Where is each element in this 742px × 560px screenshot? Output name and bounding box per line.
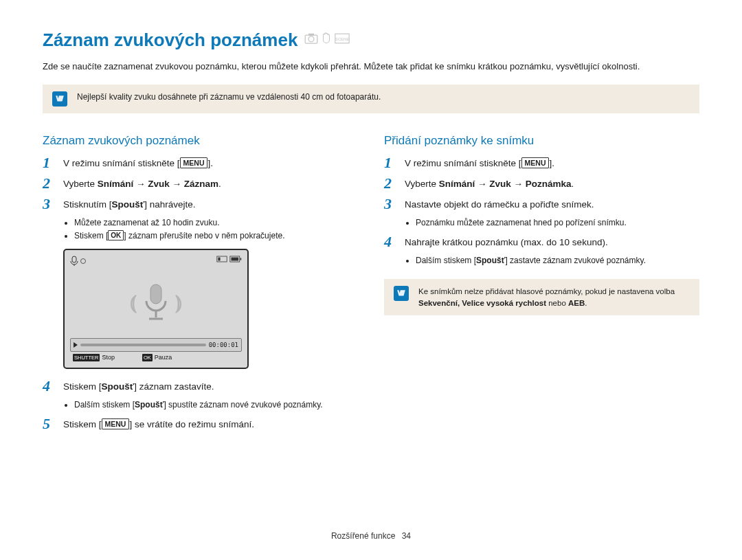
list-item: Můžete zaznamenat až 10 hodin zvuku. — [74, 217, 358, 229]
sound-wave-right-icon: ⦆ — [175, 288, 182, 317]
left-step-4-bullets: Dalším stiskem [Spoušť] spustíte záznam … — [74, 399, 358, 411]
left-step-1: 1 V režimu snímání stiskněte [MENU]. — [43, 155, 358, 170]
step-text: Nastavte objekt do rámečku a pořiďte sní… — [405, 197, 594, 212]
right-step-2: 2 Vyberte Snímání → Zvuk → Poznámka. — [384, 176, 699, 191]
hand-icon — [321, 32, 332, 49]
step-number: 4 — [43, 379, 55, 394]
left-step-5: 5 Stiskem [MENU] se vrátíte do režimu sn… — [43, 416, 358, 432]
svg-point-1 — [308, 36, 314, 41]
mic-indicator-icon — [70, 256, 86, 267]
right-step-1: 1 V režimu snímání stiskněte [MENU]. — [384, 155, 699, 170]
menu-button-icon: MENU — [180, 157, 208, 168]
status-icons — [216, 256, 242, 262]
right-column: Přidání poznámky ke snímku 1 V režimu sn… — [384, 133, 699, 437]
mic-graphic: ⦅ ⦆ — [70, 267, 242, 338]
page-footer: Rozšířené funkce 34 — [0, 530, 742, 542]
title-mode-icons: SCENE — [304, 32, 350, 49]
two-column-layout: Záznam zvukových poznámek 1 V režimu sní… — [43, 133, 699, 437]
left-step-3-bullets: Můžete zaznamenat až 10 hodin zvuku. Sti… — [74, 217, 358, 242]
step-number: 4 — [384, 234, 396, 249]
step-text: Stisknutím [Spoušť] nahrávejte. — [63, 197, 196, 212]
right-tip-text: Ke snímkům nelze přidávat hlasové poznám… — [418, 286, 690, 309]
figure-top-row — [70, 256, 242, 267]
step-number: 5 — [43, 416, 55, 432]
left-step-4: 4 Stiskem [Spoušť] záznam zastavíte. — [43, 379, 358, 394]
elapsed-time: 00:00:01 — [209, 341, 238, 350]
info-icon — [52, 91, 67, 107]
recording-screen-figure: ⦅ ⦆ 00:00:01 SHUTTERStop OKPau — [63, 249, 249, 369]
right-heading: Přidání poznámky ke snímku — [384, 133, 699, 149]
step-text: Stiskem [MENU] se vrátíte do režimu sním… — [63, 416, 254, 432]
title-row: Záznam zvukových poznámek SCENE — [43, 27, 699, 52]
list-item: Dalším stiskem [Spoušť] spustíte záznam … — [74, 399, 358, 411]
footer-section: Rozšířené funkce — [331, 531, 395, 541]
svg-rect-5 — [72, 256, 76, 262]
list-item: Dalším stiskem [Spoušť] zastavte záznam … — [416, 255, 699, 267]
sound-wave-left-icon: ⦅ — [130, 288, 137, 317]
list-item: Stiskem [OK] záznam přerušíte nebo v něm… — [74, 230, 358, 242]
intro-paragraph: Zde se naučíte zaznamenat zvukovou pozná… — [43, 60, 699, 73]
right-tip-box: Ke snímkům nelze přidávat hlasové poznám… — [384, 279, 699, 315]
battery-icon — [229, 256, 242, 262]
menu-button-icon: MENU — [102, 418, 130, 429]
step-number: 3 — [384, 197, 396, 212]
top-tip-text: Nejlepší kvality zvuku dosáhnete při záz… — [77, 91, 381, 103]
page-title: Záznam zvukových poznámek — [43, 27, 297, 52]
microphone-icon — [141, 282, 171, 323]
step-text: Vyberte Snímání → Zvuk → Záznam. — [63, 176, 221, 191]
right-step-3-bullets: Poznámku můžete zaznamenat hned po poříz… — [416, 217, 699, 229]
left-step-2: 2 Vyberte Snímání → Zvuk → Záznam. — [43, 176, 358, 191]
svg-rect-10 — [231, 258, 238, 261]
step-number: 2 — [43, 176, 55, 191]
step-number: 1 — [384, 155, 396, 170]
step-number: 2 — [384, 176, 396, 191]
page-number: 34 — [402, 531, 411, 541]
right-step-4-bullets: Dalším stiskem [Spoušť] zastavte záznam … — [416, 255, 699, 267]
figure-button-hints: SHUTTERStop OKPauza — [70, 352, 242, 362]
info-icon — [394, 286, 409, 301]
left-column: Záznam zvukových poznámek 1 V režimu sní… — [43, 133, 358, 437]
step-number: 1 — [43, 155, 55, 170]
scene-icon: SCENE — [335, 32, 350, 49]
step-text: V režimu snímání stiskněte [MENU]. — [63, 155, 213, 170]
card-icon — [216, 256, 227, 262]
step-text: Stiskem [Spoušť] záznam zastavíte. — [63, 379, 214, 394]
left-step-3: 3 Stisknutím [Spoušť] nahrávejte. — [43, 197, 358, 212]
play-icon — [74, 342, 78, 348]
menu-button-icon: MENU — [521, 157, 550, 168]
svg-rect-11 — [240, 258, 242, 260]
right-step-4: 4 Nahrajte krátkou poznámku (max. do 10 … — [384, 234, 699, 249]
svg-text:SCENE: SCENE — [335, 36, 349, 41]
right-step-3: 3 Nastavte objekt do rámečku a pořiďte s… — [384, 197, 699, 212]
step-text: Vyberte Snímání → Zvuk → Poznámka. — [405, 176, 574, 191]
step-text: Nahrajte krátkou poznámku (max. do 10 se… — [405, 234, 608, 249]
svg-rect-8 — [218, 258, 220, 261]
step-number: 3 — [43, 197, 55, 212]
list-item: Poznámku můžete zaznamenat hned po poříz… — [416, 217, 699, 229]
svg-rect-12 — [150, 284, 161, 304]
svg-rect-2 — [308, 33, 314, 35]
left-heading: Záznam zvukových poznámek — [43, 133, 358, 149]
step-text: V režimu snímání stiskněte [MENU]. — [405, 155, 554, 170]
top-tip-box: Nejlepší kvality zvuku dosáhnete při záz… — [43, 85, 699, 113]
ok-button-icon: OK — [108, 230, 124, 240]
camera-icon — [304, 32, 318, 49]
progress-bar: 00:00:01 — [70, 338, 242, 352]
